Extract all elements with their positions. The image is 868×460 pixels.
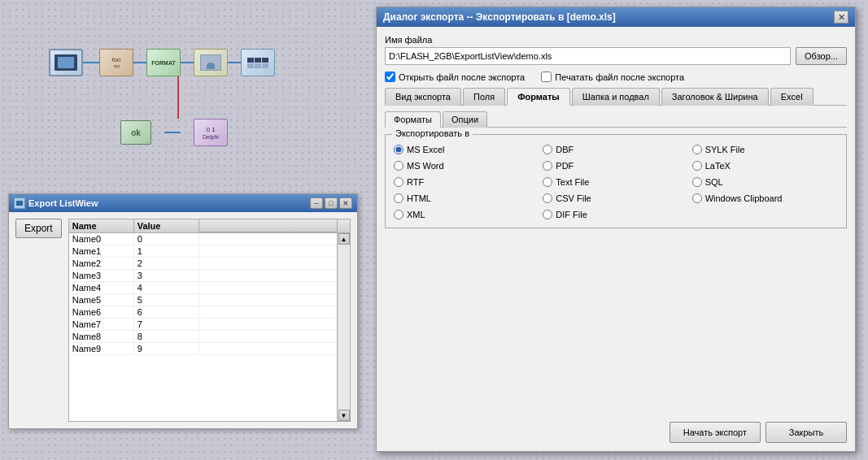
format-sylk[interactable]: SYLK File (692, 145, 838, 154)
listview-body: Name0 0 Name1 1 Name2 2 Name3 3 (69, 233, 337, 421)
format-html-label: HTML (407, 193, 431, 203)
node-monitor[interactable] (49, 49, 83, 76)
format-dif[interactable]: DIF File (543, 210, 688, 219)
tab-header-footer[interactable]: Шапка и подвал (572, 88, 660, 106)
format-pdf[interactable]: PDF (543, 161, 688, 171)
format-latex[interactable]: LaTeX (692, 161, 838, 171)
table-row: Name1 1 (69, 245, 337, 258)
table-row: Name0 0 (69, 233, 337, 245)
start-export-button[interactable]: Начать экспорт (670, 422, 761, 443)
window-icon (14, 197, 25, 209)
format-sql[interactable]: SQL (692, 177, 838, 187)
tab-title-width[interactable]: Заголовок & Ширина (661, 88, 769, 106)
format-ms-word[interactable]: MS Word (394, 161, 539, 171)
dialog-title: Диалог экспорта -- Экспортировать в [dem… (383, 11, 616, 23)
tab-formats[interactable]: Форматы (507, 88, 570, 106)
close-dialog-button[interactable]: Закрыть (765, 422, 847, 443)
export-listview-window: Export ListWiew – □ ✕ Export Name Value (8, 193, 358, 429)
format-rtf[interactable]: RTF (394, 177, 539, 187)
node-delphi[interactable]: 0 1 Delphi (194, 119, 228, 146)
sub-tab-bar: Форматы Опции (385, 111, 847, 128)
dialog-footer: Начать экспорт Закрыть (670, 422, 847, 443)
format-ms-excel[interactable]: MS Excel (394, 145, 539, 154)
minimize-button[interactable]: – (310, 197, 323, 209)
format-xml[interactable]: XML (394, 210, 539, 219)
format-html[interactable]: HTML (394, 193, 539, 203)
listview: Name Value Name0 0 Name1 1 (68, 219, 351, 422)
sub-tab-options[interactable]: Опции (443, 111, 487, 128)
table-row: Name5 5 (69, 294, 337, 306)
format-latex-label: LaTeX (705, 161, 731, 171)
export-dialog: Диалог экспорта -- Экспортировать в [dem… (376, 7, 856, 452)
browse-button[interactable]: Обзор... (796, 47, 847, 65)
node-format[interactable]: FORMAT (146, 49, 181, 76)
table-row: Name9 9 (69, 343, 337, 355)
node-image[interactable] (194, 49, 228, 76)
maximize-button[interactable]: □ (325, 197, 338, 209)
tab-export-view[interactable]: Вид экспорта (385, 88, 461, 106)
dialog-close-button[interactable]: ✕ (834, 11, 848, 24)
open-after-export-checkbox[interactable]: Открыть файл после экспорта (385, 72, 525, 82)
tab-fields[interactable]: Поля (463, 88, 505, 106)
scroll-up-button[interactable]: ▲ (338, 233, 350, 245)
export-window-title: Export ListWiew (28, 198, 98, 208)
column-value: Value (134, 219, 199, 232)
format-rtf-label: RTF (407, 177, 424, 187)
format-sylk-label: SYLK File (705, 145, 745, 154)
format-text-file-label: Text File (556, 177, 589, 187)
table-row: Name2 2 (69, 258, 337, 270)
format-dbf-label: DBF (556, 145, 574, 154)
format-pdf-label: PDF (556, 161, 574, 171)
print-after-export-checkbox[interactable]: Печатать файл после экспорта (541, 72, 684, 82)
dialog-titlebar: Диалог экспорта -- Экспортировать в [dem… (377, 7, 855, 27)
format-xml-label: XML (407, 210, 425, 219)
scroll-down-button[interactable]: ▼ (338, 410, 350, 421)
format-ms-word-label: MS Word (407, 161, 444, 171)
format-windows-clipboard[interactable]: Windows Clipboard (692, 193, 838, 203)
open-after-export-label: Открыть файл после экспорта (399, 72, 525, 82)
node-ok[interactable]: ok (120, 120, 151, 145)
format-text-file[interactable]: Text File (543, 177, 688, 187)
file-path-input[interactable] (385, 47, 791, 65)
group-label: Экспортировать в (392, 128, 473, 138)
file-label: Имя файла (385, 35, 847, 45)
format-ms-excel-label: MS Excel (407, 145, 444, 154)
export-button[interactable]: Export (15, 219, 62, 238)
format-csv-label: CSV File (556, 193, 591, 203)
node-table[interactable] (241, 49, 275, 76)
format-csv[interactable]: CSV File (543, 193, 688, 203)
table-row: Name7 7 (69, 319, 337, 331)
export-window-titlebar: Export ListWiew – □ ✕ (9, 194, 357, 212)
node-process[interactable]: foo +n (99, 49, 133, 76)
format-windows-clipboard-label: Windows Clipboard (705, 193, 783, 203)
ok-label: ok (131, 128, 141, 137)
format-dbf[interactable]: DBF (543, 145, 688, 154)
sub-tab-formats[interactable]: Форматы (385, 111, 441, 128)
column-name: Name (69, 219, 134, 232)
main-tab-bar: Вид экспорта Поля Форматы Шапка и подвал… (385, 87, 847, 106)
print-after-export-label: Печатать файл после экспорта (555, 72, 684, 82)
format-dif-label: DIF File (556, 210, 587, 219)
close-button[interactable]: ✕ (339, 197, 352, 209)
export-formats-group: Экспортировать в MS Excel DBF SYLK File (385, 134, 847, 228)
table-row: Name3 3 (69, 270, 337, 282)
table-row: Name4 4 (69, 282, 337, 294)
tab-excel[interactable]: Excel (770, 88, 813, 106)
table-row: Name6 6 (69, 306, 337, 319)
format-sql-label: SQL (705, 177, 723, 187)
table-row: Name8 8 (69, 331, 337, 343)
